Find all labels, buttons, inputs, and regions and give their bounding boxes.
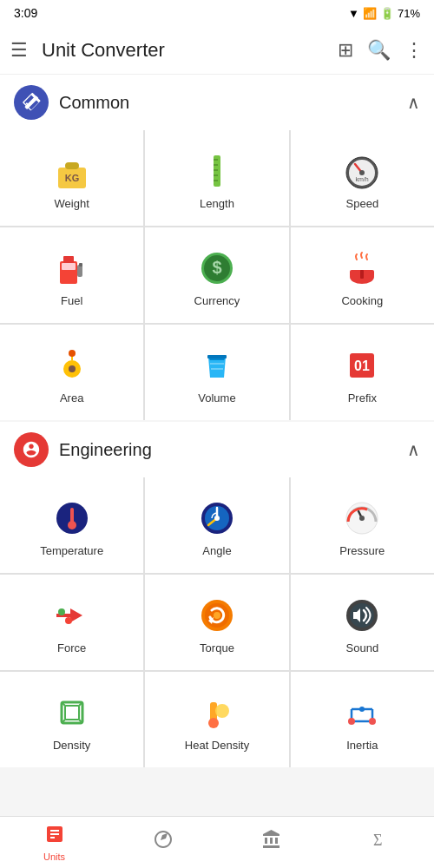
wifi-icon: ▼: [348, 7, 359, 20]
grid-item-heat-density[interactable]: Heat Density: [145, 672, 288, 767]
nav-compass[interactable]: [108, 817, 217, 868]
svg-rect-16: [77, 265, 82, 277]
currency-label: Currency: [194, 294, 240, 307]
svg-text:01: 01: [354, 358, 370, 373]
svg-text:$: $: [212, 258, 221, 277]
svg-point-63: [348, 718, 355, 725]
speed-icon: km/h: [341, 150, 383, 192]
angle-label: Angle: [202, 544, 231, 557]
section-header-engineering[interactable]: Engineering ∧: [0, 422, 434, 477]
grid-item-density[interactable]: Density: [0, 672, 143, 767]
speed-label: Speed: [346, 197, 379, 210]
svg-point-47: [214, 612, 220, 619]
weight-label: Weight: [55, 197, 89, 210]
svg-point-43: [65, 617, 72, 624]
grid-item-prefix[interactable]: 01 Prefix: [291, 325, 434, 420]
grid-item-inertia[interactable]: Inertia: [291, 672, 434, 767]
svg-point-26: [69, 350, 76, 357]
svg-rect-2: [65, 162, 79, 169]
grid-item-weight[interactable]: KG Weight: [0, 130, 143, 226]
grid-item-length[interactable]: Length: [145, 130, 288, 226]
pressure-icon: [341, 497, 383, 539]
svg-point-57: [208, 718, 219, 728]
section-header-common[interactable]: Common ∧: [0, 75, 434, 130]
common-section-label: Common: [59, 93, 407, 113]
engineering-section-label: Engineering: [59, 440, 407, 460]
grid-item-force[interactable]: Force: [0, 575, 143, 670]
svg-point-42: [58, 608, 65, 615]
grid-item-fuel[interactable]: Fuel: [0, 227, 143, 323]
torque-label: Torque: [200, 641, 234, 654]
svg-rect-34: [70, 513, 74, 525]
svg-rect-8: [214, 174, 218, 176]
svg-rect-7: [214, 169, 218, 171]
torque-icon: [196, 595, 238, 636]
density-icon: [51, 692, 93, 733]
area-icon: [51, 345, 93, 386]
toolbar: ☰ Unit Converter ⊞ 🔍 ⋮: [0, 26, 434, 75]
svg-text:KG: KG: [64, 173, 79, 183]
nav-sigma[interactable]: Σ: [326, 817, 434, 868]
inertia-icon: [341, 692, 383, 733]
length-label: Length: [200, 197, 234, 210]
app-title: Unit Converter: [42, 39, 338, 62]
common-chevron-icon: ∧: [407, 92, 420, 113]
pressure-label: Pressure: [339, 544, 385, 557]
svg-rect-9: [214, 180, 218, 181]
more-options-icon[interactable]: ⋮: [404, 39, 424, 62]
status-time: 3:09: [14, 6, 37, 20]
grid-item-temperature[interactable]: Temperature: [0, 477, 143, 573]
grid-item-torque[interactable]: Torque: [145, 575, 288, 670]
scroll-area[interactable]: Common ∧ KG Weight: [0, 75, 434, 816]
units-nav-icon: [44, 824, 65, 850]
signal-icon: 📶: [363, 7, 377, 20]
sigma-nav-icon: Σ: [370, 829, 391, 855]
svg-text:Σ: Σ: [373, 832, 382, 849]
grid-item-cooking[interactable]: Cooking: [291, 227, 434, 323]
inertia-label: Inertia: [346, 739, 378, 752]
volume-icon: [196, 345, 238, 386]
fuel-label: Fuel: [61, 294, 82, 307]
temperature-icon: [51, 497, 93, 539]
svg-point-58: [215, 704, 229, 718]
grid-item-currency[interactable]: $ Currency: [145, 227, 288, 323]
grid-item-volume[interactable]: Volume: [145, 325, 288, 420]
force-icon: [51, 595, 93, 636]
nav-bank[interactable]: [217, 817, 326, 868]
engineering-chevron-icon: ∧: [407, 439, 420, 460]
engineering-section-icon: [14, 432, 49, 467]
menu-icon[interactable]: ☰: [10, 39, 28, 62]
grid-item-angle[interactable]: Angle: [145, 477, 288, 573]
svg-rect-24: [360, 270, 364, 279]
svg-rect-17: [79, 263, 82, 266]
svg-rect-28: [207, 355, 227, 358]
grid-favorite-icon[interactable]: ⊞: [338, 39, 353, 62]
svg-point-65: [359, 707, 365, 712]
search-icon[interactable]: 🔍: [367, 39, 391, 62]
status-bar: 3:09 ▼ 📶 🔋 71%: [0, 0, 434, 26]
svg-rect-51: [65, 706, 79, 720]
currency-icon: $: [196, 247, 238, 289]
svg-rect-15: [62, 263, 76, 270]
svg-point-12: [359, 170, 365, 175]
area-label: Area: [60, 391, 83, 404]
svg-point-37: [214, 516, 220, 521]
engineering-grid: Temperature Angle: [0, 477, 434, 767]
grid-item-sound[interactable]: Sound: [291, 575, 434, 670]
common-section-icon: [14, 85, 49, 120]
bank-nav-icon: [261, 829, 282, 855]
length-icon: [196, 150, 238, 192]
battery-text: 71%: [398, 7, 420, 20]
grid-item-area[interactable]: Area: [0, 325, 143, 420]
toolbar-actions: ⊞ 🔍 ⋮: [338, 39, 424, 62]
units-nav-label: Units: [43, 852, 65, 862]
grid-item-pressure[interactable]: Pressure: [291, 477, 434, 573]
svg-point-64: [369, 718, 376, 725]
nav-units[interactable]: Units: [0, 817, 108, 868]
heat-density-icon: [196, 692, 238, 733]
svg-point-27: [69, 365, 76, 372]
cooking-icon: [341, 247, 383, 289]
grid-item-speed[interactable]: km/h Speed: [291, 130, 434, 226]
svg-text:km/h: km/h: [356, 176, 369, 182]
heat-density-label: Heat Density: [185, 739, 249, 752]
